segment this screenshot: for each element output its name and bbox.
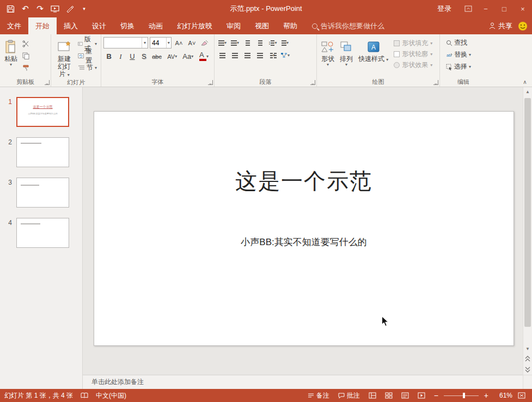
shape-fill-button[interactable]: 形状填充 ▾	[394, 38, 432, 48]
drawing-dialog-launcher[interactable]	[433, 80, 438, 85]
slide-sorter-view-button[interactable]	[382, 389, 396, 402]
save-button[interactable]	[3, 2, 18, 16]
italic-button[interactable]: I	[115, 51, 126, 62]
normal-view-button[interactable]	[365, 389, 380, 402]
font-name-dropdown-icon[interactable]: ▾	[142, 38, 148, 48]
minimize-button[interactable]: −	[476, 0, 495, 17]
justify-button[interactable]	[254, 50, 266, 61]
slide-title-text[interactable]: 这是一个示范	[94, 166, 513, 196]
scrollbar-thumb[interactable]	[524, 98, 531, 327]
ribbon-display-options-button[interactable]	[460, 0, 476, 17]
slide-thumbnail-1[interactable]: 这是一个示范 小声BB:其实不知道要写什么的	[16, 97, 69, 127]
arrange-button[interactable]: 排列 ▾	[338, 37, 355, 77]
line-spacing-button[interactable]: ↕▾	[267, 37, 278, 48]
convert-smartart-button[interactable]: ▾	[279, 50, 291, 61]
numbering-button[interactable]: ▾	[229, 37, 241, 48]
zoom-out-button[interactable]: −	[431, 389, 442, 402]
touch-mode-button[interactable]	[62, 2, 77, 16]
grow-font-button[interactable]: A˄	[173, 37, 185, 48]
text-shadow-button[interactable]: S	[138, 51, 149, 62]
scroll-down-button[interactable]: ▼	[523, 344, 532, 353]
align-left-button[interactable]	[217, 50, 228, 61]
slide-thumbnail-2[interactable]	[16, 137, 69, 167]
clear-formatting-button[interactable]	[199, 37, 211, 48]
format-painter-button[interactable]	[21, 62, 34, 74]
zoom-level[interactable]: 61%	[494, 392, 512, 399]
start-slideshow-button[interactable]	[47, 2, 62, 16]
copy-button[interactable]	[21, 50, 34, 62]
zoom-slider[interactable]	[444, 389, 479, 402]
notes-pane[interactable]: 单击此处添加备注	[83, 375, 523, 389]
undo-button[interactable]: ↶	[18, 2, 33, 16]
bullets-button[interactable]: ▾	[217, 37, 228, 48]
tab-view[interactable]: 视图	[248, 17, 276, 34]
character-spacing-button[interactable]: AV▾	[164, 51, 180, 62]
font-color-button[interactable]: A ▾	[196, 51, 212, 62]
tell-me-box[interactable]: 告诉我你想要做什么	[312, 17, 384, 34]
paragraph-dialog-launcher[interactable]	[310, 80, 315, 85]
new-slide-button[interactable]: 新建 幻灯片 ▾	[53, 37, 75, 78]
tab-animations[interactable]: 动画	[142, 17, 170, 34]
underline-button[interactable]: U	[127, 51, 138, 62]
tab-transitions[interactable]: 切换	[113, 17, 142, 34]
shapes-button[interactable]: 形状 ▾	[319, 37, 337, 77]
tab-slideshow[interactable]: 幻灯片放映	[170, 17, 219, 34]
change-case-button[interactable]: Aa▾	[181, 51, 195, 62]
scroll-up-button[interactable]: ▲	[523, 87, 532, 96]
shape-outline-button[interactable]: 形状轮廓 ▾	[394, 49, 432, 59]
scrollbar-track[interactable]	[523, 96, 532, 344]
increase-indent-button[interactable]	[254, 37, 266, 48]
slide-thumbnail-3[interactable]	[16, 178, 69, 208]
zoom-slider-thumb[interactable]	[463, 393, 465, 398]
tab-file[interactable]: 文件	[0, 17, 28, 34]
shape-effects-button[interactable]: 形状效果 ▾	[394, 60, 432, 70]
bold-button[interactable]: B	[103, 51, 114, 62]
next-slide-button[interactable]	[523, 364, 532, 375]
text-direction-button[interactable]: ▾	[279, 37, 291, 48]
fit-to-window-button[interactable]	[515, 389, 529, 402]
tab-home[interactable]: 开始	[28, 17, 57, 34]
language-status[interactable]: 中文(中国)	[96, 391, 126, 400]
reset-button[interactable]: 重置	[76, 50, 99, 62]
strikethrough-button[interactable]: abc	[150, 51, 163, 62]
align-right-button[interactable]	[242, 50, 253, 61]
previous-slide-button[interactable]	[523, 353, 532, 364]
font-size-combobox[interactable]: ▾	[150, 37, 172, 48]
tab-design[interactable]: 设计	[85, 17, 113, 34]
tab-insert[interactable]: 插入	[57, 17, 85, 34]
proofing-status-button[interactable]	[81, 392, 88, 399]
comments-toggle-button[interactable]: 批注	[335, 389, 363, 402]
tab-review[interactable]: 审阅	[219, 17, 248, 34]
clipboard-dialog-launcher[interactable]	[45, 80, 50, 85]
notes-toggle-button[interactable]: 备注	[304, 389, 333, 402]
sign-in-link[interactable]: 登录	[429, 4, 460, 14]
reading-view-button[interactable]	[398, 389, 412, 402]
align-center-button[interactable]	[229, 50, 241, 61]
customize-quick-access-button[interactable]: ▾	[77, 2, 91, 16]
slide-subtitle-text[interactable]: 小声BB:其实不知道要写什么的	[94, 236, 513, 248]
tab-help[interactable]: 帮助	[276, 17, 304, 34]
maximize-button[interactable]: □	[495, 0, 513, 17]
zoom-in-button[interactable]: +	[481, 389, 492, 402]
collapse-ribbon-button[interactable]: ∧	[520, 78, 530, 86]
find-button[interactable]: 查找	[444, 37, 485, 48]
font-name-combobox[interactable]: ▾	[103, 37, 148, 48]
section-button[interactable]: 节▾	[76, 62, 99, 74]
font-size-input[interactable]	[150, 38, 166, 48]
slide-thumbnail-4[interactable]	[16, 218, 69, 248]
slide-editor[interactable]: 这是一个示范 小声BB:其实不知道要写什么的	[94, 111, 514, 346]
slideshow-view-button[interactable]	[414, 389, 429, 402]
quick-styles-button[interactable]: A 快速样式 ▾	[356, 37, 390, 77]
shrink-font-button[interactable]: A˅	[186, 37, 198, 48]
replace-button[interactable]: ab 替换 ▾	[444, 49, 485, 60]
font-size-dropdown-icon[interactable]: ▾	[166, 38, 171, 48]
columns-button[interactable]: ▾	[267, 50, 278, 61]
cut-button[interactable]	[21, 38, 34, 50]
paste-button[interactable]: 粘贴 ▾	[2, 37, 20, 77]
share-button[interactable]: 共享	[489, 21, 512, 31]
font-dialog-launcher[interactable]	[208, 80, 213, 85]
redo-button[interactable]: ↷	[33, 2, 47, 16]
close-button[interactable]: ×	[513, 0, 532, 17]
feedback-smiley-icon[interactable]	[518, 21, 528, 31]
font-name-input[interactable]	[104, 38, 142, 48]
